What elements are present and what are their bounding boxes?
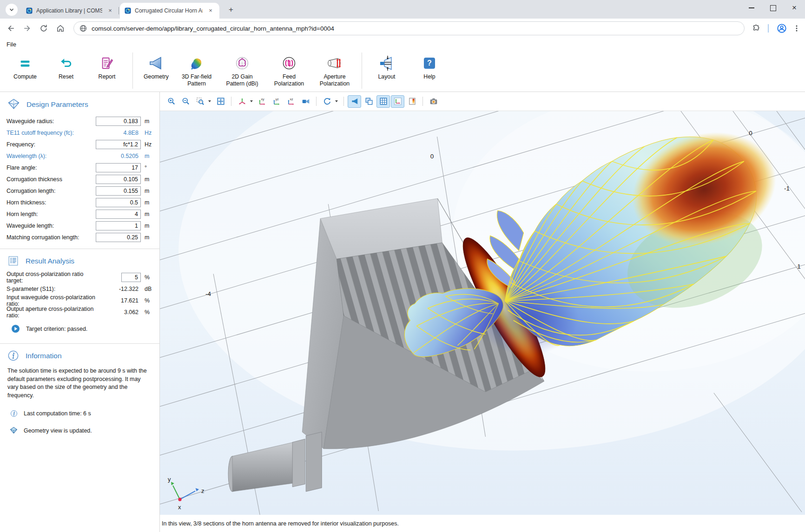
extensions-icon: [752, 24, 760, 33]
param-label: Horn thickness:: [7, 199, 96, 206]
reload-button[interactable]: [37, 22, 50, 35]
result-unit: %: [145, 297, 157, 304]
corrugation-thickness-input[interactable]: [96, 175, 141, 184]
farfield-3d-icon: [189, 54, 204, 72]
show-axes-toggle[interactable]: [391, 95, 404, 108]
geometry-status-text: Geometry view is updated.: [24, 427, 92, 434]
ribbon-button-label: Help: [423, 73, 435, 80]
color-legend-toggle[interactable]: [405, 95, 419, 108]
tab-search-button[interactable]: [6, 4, 18, 16]
default-view-button[interactable]: [299, 95, 312, 108]
result-label: Output cross-polarization ratio target:: [7, 271, 96, 284]
graphics-area: xy yz xz: [159, 92, 805, 532]
maximize-button[interactable]: [762, 0, 784, 16]
kebab-menu-icon: [793, 25, 800, 32]
tab-close-icon[interactable]: ×: [106, 7, 114, 15]
ribbon-button-label: 2D Gain Pattern (dBi): [226, 73, 258, 88]
cross-polarization-target-input[interactable]: [121, 273, 141, 282]
show-geometry-toggle[interactable]: [348, 95, 361, 108]
design-parameters-icon: [7, 98, 20, 111]
snapshot-button[interactable]: [427, 95, 440, 108]
param-row: Horn length: m: [0, 208, 159, 220]
aperture-polarization-button[interactable]: Aperture Polarization: [312, 50, 357, 91]
waveguide-length-input[interactable]: [96, 221, 141, 230]
geometry-icon: [148, 54, 164, 72]
ribbon-button-label: Reset: [59, 73, 73, 80]
ribbon-button-label: Geometry: [144, 73, 169, 80]
frequency-input[interactable]: [96, 140, 141, 149]
url-bar[interactable]: comsol.com/server-demo/app/library_corru…: [73, 21, 745, 35]
app-ribbon: Compute Reset Report Geometry 3D Far-fie…: [0, 50, 805, 91]
compute-icon: [18, 54, 32, 72]
param-unit: Hz: [145, 130, 157, 136]
horn-thickness-input[interactable]: [96, 198, 141, 207]
view-xy-button[interactable]: xy: [256, 95, 269, 108]
result-value: 17.621: [121, 297, 141, 304]
zoom-box-button[interactable]: [193, 95, 207, 108]
profile-icon: [777, 23, 787, 33]
reset-button[interactable]: Reset: [46, 50, 86, 91]
help-button[interactable]: ? Help: [409, 50, 450, 91]
section-title: Result Analysis: [26, 257, 74, 265]
new-tab-button[interactable]: +: [226, 5, 236, 15]
view-xz-button[interactable]: xz: [284, 95, 298, 108]
view-xy-icon: xy: [258, 97, 267, 105]
last-computation-text: Last computation time: 6 s: [24, 410, 91, 417]
tab-horn-antenna[interactable]: Corrugated Circular Horn Anten ×: [120, 3, 219, 19]
flare-angle-input[interactable]: [96, 163, 141, 172]
param-label: Frequency:: [7, 141, 96, 148]
axis-tick: -1: [784, 185, 790, 192]
graphics-canvas[interactable]: 0 -2 -4 0 -1 1: [160, 111, 805, 515]
home-button[interactable]: [54, 22, 67, 35]
tab-close-icon[interactable]: ×: [206, 7, 215, 15]
comsol-favicon: [26, 7, 33, 14]
browser-window: Application Library | COMSOL S × Corruga…: [0, 0, 805, 532]
show-axes-icon: [394, 97, 402, 105]
svg-text:yz: yz: [275, 97, 279, 101]
tab-application-library[interactable]: Application Library | COMSOL S ×: [21, 3, 119, 19]
view-yz-icon: yz: [272, 97, 281, 105]
zoom-extents-button[interactable]: [214, 95, 227, 108]
grid-toggle[interactable]: [376, 95, 390, 108]
horn-length-input[interactable]: [96, 210, 141, 219]
layout-icon: [378, 54, 395, 72]
layout-button[interactable]: Layout: [366, 50, 407, 91]
minimize-button[interactable]: [741, 0, 762, 16]
forward-button[interactable]: [20, 22, 33, 35]
file-menu[interactable]: File: [0, 41, 16, 48]
gain-2d-button[interactable]: 2D Gain Pattern (dBi): [218, 50, 266, 91]
param-label: Matching corrugation length:: [7, 234, 96, 241]
compute-button[interactable]: Compute: [4, 50, 46, 91]
waveguide-radius-input[interactable]: [96, 117, 141, 126]
zoom-out-icon: [182, 97, 190, 105]
back-button[interactable]: [5, 22, 18, 35]
result-row: Output cross-polarization ratio target: …: [0, 271, 159, 283]
zoom-out-button[interactable]: [179, 95, 192, 108]
geometry-button[interactable]: Geometry: [137, 50, 175, 91]
zoom-in-button[interactable]: [165, 95, 178, 108]
rotate-dropdown[interactable]: [335, 100, 338, 102]
view-orientation-dropdown[interactable]: [250, 100, 253, 102]
report-button[interactable]: Report: [86, 50, 128, 91]
matching-corrugation-length-input[interactable]: [96, 233, 141, 242]
param-label: Flare angle:: [7, 164, 96, 171]
view-yz-button[interactable]: yz: [270, 95, 284, 108]
farfield-3d-button[interactable]: 3D Far-field Pattern: [175, 50, 218, 91]
view-orientation-button[interactable]: [235, 95, 249, 108]
param-row: Matching corrugation length: m: [0, 231, 159, 243]
param-row: Waveguide radius: m: [0, 115, 159, 127]
graphics-toolbar: xy yz xz: [160, 92, 805, 111]
transparency-toggle[interactable]: [362, 95, 376, 108]
param-unit: m: [145, 188, 157, 194]
profile-button[interactable]: [775, 22, 788, 35]
extensions-button[interactable]: [749, 22, 762, 35]
browser-menu-button[interactable]: [790, 22, 803, 35]
close-window-button[interactable]: ×: [784, 0, 805, 16]
rotate-view-button[interactable]: [320, 95, 334, 108]
feed-polarization-button[interactable]: Feed Polarization: [266, 50, 312, 91]
corrugation-length-input[interactable]: [96, 186, 141, 196]
param-unit: m: [145, 223, 157, 229]
zoom-box-dropdown[interactable]: [208, 100, 211, 102]
info-circle-icon: [10, 410, 18, 417]
view-caption: In this view, 3/8 sections of the horn a…: [160, 515, 805, 532]
